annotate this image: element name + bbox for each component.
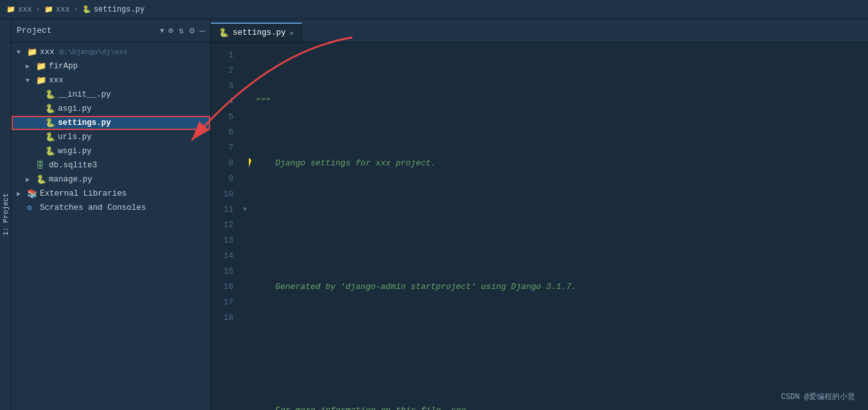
project-panel-wrapper: Project ▼ ⊕ ⇅ ⚙ — ▼ 📁 xxx D:\Django\dj\x… bbox=[12, 19, 211, 410]
code-line-3 bbox=[255, 218, 868, 233]
library-icon: 📚 bbox=[27, 189, 37, 199]
editor-area: 🐍 settings.py ✕ 1 2 3 4 5 6 7 8 9 10 11 … bbox=[211, 19, 868, 410]
tree-item-root-xxx[interactable]: ▼ 📁 xxx D:\Django\dj\xxx bbox=[12, 45, 210, 59]
tree-item-wsgi-py[interactable]: 🐍 wsgi.py bbox=[12, 144, 210, 158]
scratch-icon: ⚙ bbox=[27, 203, 37, 213]
breadcrumb-sep: › bbox=[36, 5, 41, 14]
tree-arrow-icon: ▼ bbox=[26, 77, 33, 84]
folder-icon: 📁 bbox=[44, 5, 53, 14]
code-line-4: Generated by 'django-admin startproject'… bbox=[255, 279, 868, 295]
folder-icon: 📁 bbox=[27, 47, 37, 57]
py-file-icon: 🐍 bbox=[45, 146, 55, 156]
editor-tabs: 🐍 settings.py ✕ bbox=[211, 19, 868, 42]
tab-close-button[interactable]: ✕ bbox=[290, 29, 294, 37]
py-file-icon: 🐍 bbox=[36, 174, 46, 185]
tree-item-settings-py[interactable]: 🐍 settings.py bbox=[12, 116, 210, 130]
sidebar-panel-label[interactable]: 1: Project bbox=[0, 19, 12, 410]
folder-icon: 📁 bbox=[36, 61, 46, 71]
watermark: CSDN @爱编程的小贤 bbox=[781, 391, 855, 402]
folder-icon: 📁 bbox=[36, 75, 46, 86]
py-file-icon: 🐍 bbox=[82, 5, 91, 14]
tree-arrow-icon: ▶ bbox=[17, 190, 24, 198]
settings-gear-icon[interactable]: ⚙ bbox=[189, 25, 194, 36]
code-line-6: For more information on this file, see bbox=[255, 403, 868, 410]
tab-py-icon: 🐍 bbox=[219, 28, 229, 38]
tree-item-db-sqlite3[interactable]: 🗄 db.sqlite3 bbox=[12, 158, 210, 172]
tree-arrow-icon: ▶ bbox=[26, 176, 33, 183]
code-content[interactable]: """ 💡 Django settings for xxx project. G… bbox=[249, 42, 868, 410]
line-numbers: 1 2 3 4 5 6 7 8 9 10 11 12 13 14 15 16 1… bbox=[211, 42, 240, 410]
main-container: 1: Project Project ▼ ⊕ ⇅ ⚙ — ▼ 📁 bbox=[0, 19, 868, 410]
code-editor[interactable]: 1 2 3 4 5 6 7 8 9 10 11 12 13 14 15 16 1… bbox=[211, 42, 868, 410]
py-file-icon: 🐍 bbox=[45, 104, 55, 114]
code-line-1: """ bbox=[255, 94, 868, 109]
breadcrumb-item-xxx1[interactable]: 📁 xxx bbox=[6, 5, 32, 14]
project-header: Project ▼ ⊕ ⇅ ⚙ — bbox=[12, 19, 210, 42]
title-bar: 📁 xxx › 📁 xxx › 🐍 settings.py bbox=[0, 0, 868, 19]
scope-icon[interactable]: ⊕ bbox=[168, 25, 173, 36]
tree-item-firapp[interactable]: ▶ 📁 firApp bbox=[12, 59, 210, 73]
tree-item-scratches[interactable]: ⚙ Scratches and Consoles bbox=[12, 201, 210, 215]
tree-arrow-icon: ▼ bbox=[17, 49, 24, 56]
py-file-icon: 🐍 bbox=[45, 89, 55, 100]
breadcrumb-item-settings[interactable]: 🐍 settings.py bbox=[82, 5, 145, 14]
db-file-icon: 🗄 bbox=[36, 161, 46, 171]
folder-icon: 📁 bbox=[6, 5, 15, 14]
tree-arrow-icon: ▶ bbox=[26, 62, 33, 70]
breadcrumb-item-xxx2[interactable]: 📁 xxx bbox=[44, 5, 70, 14]
project-panel-title: Project bbox=[17, 26, 156, 35]
project-tree: ▼ 📁 xxx D:\Django\dj\xxx ▶ 📁 firApp ▼ 📁 … bbox=[12, 42, 210, 410]
fold-gutter: ▼ bbox=[240, 42, 249, 410]
tree-item-xxx-sub[interactable]: ▼ 📁 xxx bbox=[12, 73, 210, 88]
tree-item-init-py[interactable]: 🐍 __init__.py bbox=[12, 88, 210, 102]
py-file-icon: 🐍 bbox=[45, 132, 55, 142]
tree-item-ext-libs[interactable]: ▶ 📚 External Libraries bbox=[12, 187, 210, 201]
code-line-5 bbox=[255, 341, 868, 357]
hide-icon[interactable]: — bbox=[200, 26, 205, 36]
collapse-icon[interactable]: ⇅ bbox=[179, 25, 184, 36]
tree-item-urls-py[interactable]: 🐍 urls.py bbox=[12, 130, 210, 144]
breadcrumb-sep-2: › bbox=[73, 5, 78, 14]
project-chevron-icon: ▼ bbox=[160, 27, 165, 35]
tree-item-asgi-py[interactable]: 🐍 asgi.py bbox=[12, 102, 210, 116]
py-file-icon: 🐍 bbox=[45, 118, 55, 128]
tab-settings[interactable]: 🐍 settings.py ✕ bbox=[211, 23, 302, 42]
tree-item-manage-py[interactable]: ▶ 🐍 manage.py bbox=[12, 172, 210, 187]
project-header-actions: ⊕ ⇅ ⚙ — bbox=[168, 25, 205, 36]
code-line-2: 💡 Django settings for xxx project. bbox=[255, 156, 868, 171]
project-panel: Project ▼ ⊕ ⇅ ⚙ — ▼ 📁 xxx D:\Django\dj\x… bbox=[12, 19, 211, 410]
lightbulb-icon: 💡 bbox=[249, 156, 253, 171]
